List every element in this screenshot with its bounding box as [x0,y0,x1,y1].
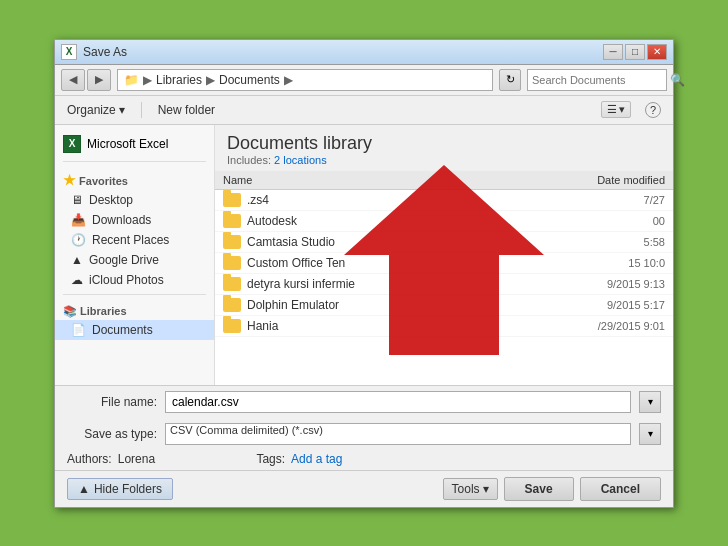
search-icon: 🔍 [670,73,685,87]
libraries-section-label: 📚 Libraries [55,299,214,320]
tags-label: Tags: [195,452,285,466]
search-box[interactable]: 🔍 [527,69,667,91]
sidebar-item-recent-places[interactable]: 🕐 Recent Places [55,230,214,250]
favorites-section-label: ★ Favorites [55,166,214,190]
file-date: 5:58 [545,236,665,248]
save-as-dialog: X Save As ─ □ ✕ ◀ ▶ 📁 ▶ Libraries ▶ Docu… [54,39,674,508]
library-title: Documents library [227,133,661,154]
table-row[interactable]: detyra kursi infermie 9/2015 9:13 [215,274,673,295]
authors-label: Authors: [67,452,112,466]
action-bar: ▲ Hide Folders Tools ▾ Save Cancel [55,470,673,507]
file-list: .zs4 7/27 Autodesk 00 Camtasia Studio 5:… [215,190,673,385]
folder-icon [223,277,241,291]
sidebar-item-google-drive[interactable]: ▲ Google Drive [55,250,214,270]
tools-label: Tools [452,482,480,496]
address-bar: ◀ ▶ 📁 ▶ Libraries ▶ Documents ▶ ↻ 🔍 [55,65,673,96]
path-libraries: Libraries [156,73,202,87]
sidebar-item-excel[interactable]: X Microsoft Excel [55,131,214,157]
col-name-header[interactable]: Name [223,174,545,186]
savetype-select[interactable]: CSV (Comma delimited) (*.csv) [165,423,631,445]
cancel-button[interactable]: Cancel [580,477,661,501]
folder-icon [223,193,241,207]
drive-icon: ▲ [71,253,83,267]
minimize-button[interactable]: ─ [603,44,623,60]
hide-folders-button[interactable]: ▲ Hide Folders [67,478,173,500]
file-date: 15 10:0 [545,257,665,269]
authors-group: Authors: Lorena [67,452,155,466]
organize-chevron-icon: ▾ [119,103,125,117]
table-row[interactable]: .zs4 7/27 [215,190,673,211]
search-input[interactable] [532,74,670,86]
title-bar: X Save As ─ □ ✕ [55,40,673,65]
file-date: 7/27 [545,194,665,206]
excel-title-icon: X [61,44,77,60]
sidebar-separator-2 [63,294,206,295]
folder-icon [223,319,241,333]
savetype-dropdown-button[interactable]: ▾ [639,423,661,445]
tools-chevron-icon: ▾ [483,482,489,496]
table-row[interactable]: Custom Office Ten 15 10:0 [215,253,673,274]
savetype-value: CSV (Comma delimited) (*.csv) [170,424,323,436]
filename-dropdown-button[interactable]: ▾ [639,391,661,413]
app-name-label: Microsoft Excel [87,137,168,151]
file-name: Dolphin Emulator [247,298,539,312]
nav-buttons: ◀ ▶ [61,69,111,91]
sidebar-item-documents[interactable]: 📄 Documents [55,320,214,340]
file-name: Camtasia Studio [247,235,539,249]
dialog-title: Save As [83,45,127,59]
sidebar-item-downloads[interactable]: 📥 Downloads [55,210,214,230]
table-row[interactable]: Camtasia Studio 5:58 [215,232,673,253]
folder-icon [223,298,241,312]
address-path[interactable]: 📁 ▶ Libraries ▶ Documents ▶ [117,69,493,91]
folder-icon [223,235,241,249]
filename-row: File name: ▾ [55,386,673,418]
file-name: Custom Office Ten [247,256,539,270]
toolbar-separator [141,102,142,118]
filename-input[interactable] [165,391,631,413]
table-row[interactable]: Autodesk 00 [215,211,673,232]
view-button[interactable]: ☰ ▾ [601,101,631,118]
add-tag-link[interactable]: Add a tag [291,452,342,466]
close-button[interactable]: ✕ [647,44,667,60]
folder-icon [223,214,241,228]
excel-icon: X [63,135,81,153]
file-date: /29/2015 9:01 [545,320,665,332]
view-chevron-icon: ▾ [619,103,625,116]
libraries-icon: 📚 [63,305,77,317]
documents-icon: 📄 [71,323,86,337]
toolbar: Organize ▾ New folder ☰ ▾ ? [55,96,673,125]
forward-button[interactable]: ▶ [87,69,111,91]
view-icon: ☰ [607,103,617,116]
downloads-icon: 📥 [71,213,86,227]
sidebar-item-icloud-photos[interactable]: ☁ iCloud Photos [55,270,214,290]
tags-group: Tags: Add a tag [195,452,342,466]
save-button[interactable]: Save [504,477,574,501]
col-date-header[interactable]: Date modified [545,174,665,186]
new-folder-button[interactable]: New folder [154,101,219,119]
help-button[interactable]: ? [641,100,665,120]
tools-button[interactable]: Tools ▾ [443,478,498,500]
action-right: Tools ▾ Save Cancel [443,477,661,501]
table-row[interactable]: Hania /29/2015 9:01 [215,316,673,337]
back-button[interactable]: ◀ [61,69,85,91]
library-includes: Includes: 2 locations [227,154,661,166]
title-bar-left: X Save As [61,44,127,60]
maximize-button[interactable]: □ [625,44,645,60]
organize-label: Organize [67,103,116,117]
icloud-icon: ☁ [71,273,83,287]
library-header: Documents library Includes: 2 locations [215,125,673,171]
sidebar-item-desktop[interactable]: 🖥 Desktop [55,190,214,210]
locations-link[interactable]: 2 locations [274,154,327,166]
new-folder-label: New folder [158,103,215,117]
file-date: 9/2015 5:17 [545,299,665,311]
filename-label: File name: [67,395,157,409]
title-controls: ─ □ ✕ [603,44,667,60]
path-icon: 📁 [124,73,139,87]
folder-icon [223,256,241,270]
organize-button[interactable]: Organize ▾ [63,101,129,119]
refresh-button[interactable]: ↻ [499,69,521,91]
meta-row: Authors: Lorena Tags: Add a tag [55,450,673,470]
table-row[interactable]: Dolphin Emulator 9/2015 5:17 [215,295,673,316]
hide-folders-chevron-icon: ▲ [78,482,90,496]
bottom-bar: File name: ▾ Save as type: CSV (Comma de… [55,385,673,470]
